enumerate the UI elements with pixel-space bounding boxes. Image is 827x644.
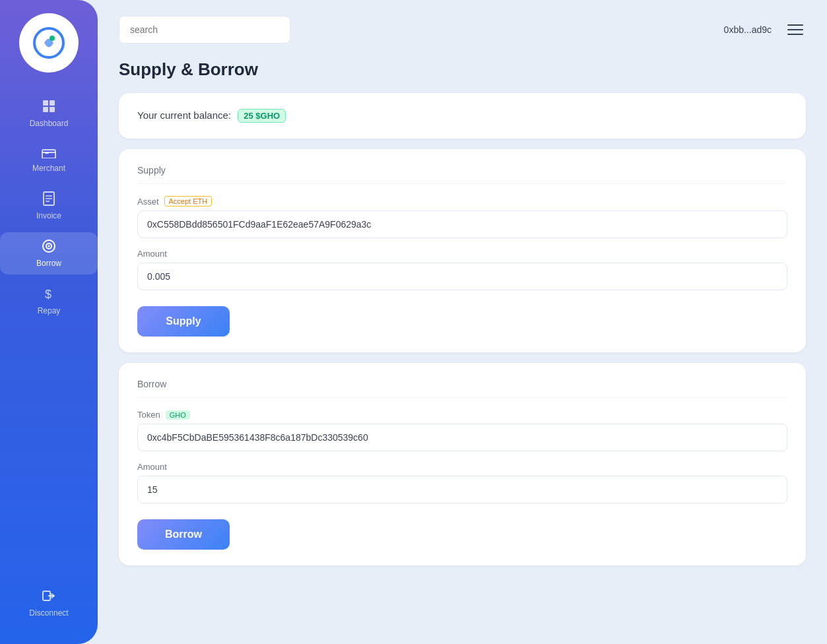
sidebar: Dashboard Merchant Invoice Borrow $ Repa… [0, 0, 98, 644]
sidebar-item-repay[interactable]: $ Repay [0, 280, 98, 322]
page-title: Supply & Borrow [119, 59, 806, 80]
borrow-amount-group: Amount [137, 462, 787, 503]
svg-rect-6 [42, 150, 55, 158]
sidebar-item-label: Invoice [36, 211, 61, 220]
repay-icon: $ [43, 286, 55, 304]
supply-section-title: Supply [137, 165, 787, 184]
svg-rect-2 [43, 100, 48, 106]
header-right: 0xbb...ad9c [724, 22, 806, 38]
menu-line-2 [787, 29, 803, 30]
menu-line-1 [787, 24, 803, 26]
balance-card: Your current balance: 25 $GHO [119, 93, 806, 139]
balance-label: Your current balance: [137, 110, 231, 121]
svg-rect-5 [50, 107, 55, 112]
supply-card: Supply Asset Accept ETH Amount Supply [119, 149, 806, 352]
borrow-amount-label: Amount [137, 462, 787, 472]
supply-amount-label: Amount [137, 249, 787, 259]
dashboard-icon [42, 99, 56, 116]
svg-rect-4 [43, 107, 48, 112]
borrow-section-title: Borrow [137, 379, 787, 398]
supply-asset-group: Asset Accept ETH [137, 196, 787, 238]
menu-button[interactable] [785, 22, 806, 38]
balance-badge: 25 $GHO [238, 109, 286, 123]
borrow-token-input[interactable] [137, 424, 787, 451]
sidebar-item-invoice[interactable]: Invoice [0, 185, 98, 227]
header: 0xbb...ad9c [119, 16, 806, 44]
borrow-icon [42, 239, 56, 256]
nav-menu: Dashboard Merchant Invoice Borrow $ Repa… [0, 92, 98, 582]
sidebar-item-merchant[interactable]: Merchant [0, 140, 98, 179]
supply-asset-input[interactable] [137, 210, 787, 238]
logo-icon [31, 25, 67, 61]
svg-point-14 [48, 245, 50, 247]
svg-rect-3 [50, 100, 55, 106]
svg-text:$: $ [45, 288, 51, 301]
sidebar-item-label: Repay [38, 306, 61, 315]
borrow-amount-input[interactable] [137, 476, 787, 503]
logo [19, 13, 79, 73]
wallet-address: 0xbb...ad9c [724, 24, 772, 35]
accept-eth-badge: Accept ETH [164, 196, 213, 207]
merchant-icon [42, 146, 56, 161]
disconnect-label: Disconnect [29, 608, 68, 618]
sidebar-item-borrow[interactable]: Borrow [0, 232, 98, 274]
invoice-icon [43, 191, 55, 209]
supply-button[interactable]: Supply [137, 306, 230, 337]
borrow-button[interactable]: Borrow [137, 519, 230, 550]
borrow-token-label: Token GHO [137, 410, 787, 420]
sidebar-item-label: Borrow [36, 259, 61, 268]
sidebar-item-label: Dashboard [30, 119, 69, 128]
main-content: 0xbb...ad9c Supply & Borrow Your current… [98, 0, 827, 644]
borrow-token-group: Token GHO [137, 410, 787, 451]
supply-amount-group: Amount [137, 249, 787, 290]
sidebar-item-disconnect[interactable]: Disconnect [0, 582, 98, 624]
sidebar-item-dashboard[interactable]: Dashboard [0, 92, 98, 135]
gho-badge: GHO [166, 410, 190, 420]
supply-amount-input[interactable] [137, 263, 787, 290]
menu-line-3 [787, 34, 803, 35]
supply-asset-label: Asset Accept ETH [137, 196, 787, 207]
disconnect-icon [42, 589, 56, 606]
search-input[interactable] [119, 16, 290, 44]
borrow-card: Borrow Token GHO Amount Borrow [119, 363, 806, 565]
svg-point-1 [50, 36, 55, 41]
sidebar-item-label: Merchant [32, 164, 65, 173]
